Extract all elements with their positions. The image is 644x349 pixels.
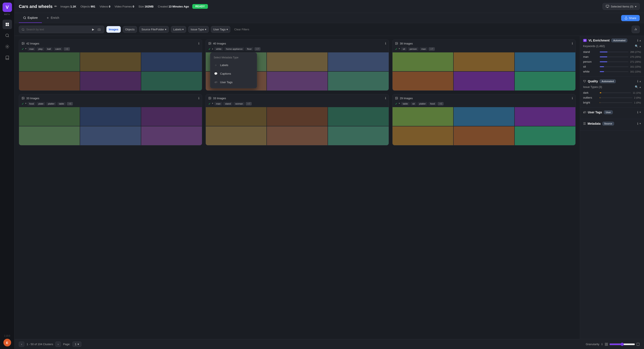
cluster-image[interactable] xyxy=(328,72,389,91)
cluster-image[interactable] xyxy=(80,52,141,71)
cluster-info-icon[interactable]: ℹ xyxy=(385,97,386,100)
cluster-image[interactable] xyxy=(515,52,576,71)
cluster-tag[interactable]: white xyxy=(214,47,223,51)
cluster-tag[interactable]: person xyxy=(408,47,418,51)
cluster-tag[interactable]: home appliance xyxy=(224,47,244,51)
sidebar-item-explore[interactable] xyxy=(2,31,12,40)
metadata-expand-icon[interactable]: ▾ xyxy=(640,122,641,125)
vl-enrichment-info-icon[interactable]: ℹ xyxy=(637,39,638,42)
cluster-tag[interactable]: platter xyxy=(46,102,56,105)
cluster-image[interactable] xyxy=(267,126,328,145)
cluster-info-icon[interactable]: ℹ xyxy=(198,97,199,100)
cluster-image[interactable] xyxy=(454,107,514,126)
cluster-image[interactable] xyxy=(19,107,80,126)
vl-enrichment-collapse-icon[interactable]: ▴ xyxy=(640,39,641,42)
cluster-image[interactable] xyxy=(206,126,266,145)
grid-small-icon[interactable] xyxy=(605,342,608,346)
cluster-tag[interactable]: woman xyxy=(234,102,244,105)
cluster-info-icon[interactable]: ℹ xyxy=(198,42,199,45)
keywords-collapse-icon[interactable]: ▴ xyxy=(640,45,641,48)
camera-search-btn[interactable] xyxy=(97,28,102,32)
cluster-image[interactable] xyxy=(454,72,514,91)
next-page-button[interactable]: › xyxy=(55,341,61,347)
metadata-info-icon[interactable]: ℹ xyxy=(637,122,638,125)
search-forward-btn[interactable]: ▶ xyxy=(91,27,95,32)
cluster-dropdown-icon[interactable]: ▴ xyxy=(212,47,213,51)
cluster-image[interactable] xyxy=(141,126,202,145)
user-tags-expand-icon[interactable]: ▾ xyxy=(640,111,641,114)
cluster-tag[interactable]: table xyxy=(57,102,66,105)
cluster-image[interactable] xyxy=(141,52,202,71)
cluster-image[interactable] xyxy=(19,126,80,145)
cluster-info-icon[interactable]: ℹ xyxy=(572,97,573,100)
cluster-image[interactable] xyxy=(328,126,389,145)
cluster-tag[interactable]: sit xyxy=(401,47,407,51)
clear-filters-button[interactable]: Clear Filters xyxy=(232,26,251,33)
cluster-dropdown-icon[interactable]: ▾ xyxy=(25,47,26,51)
search-input[interactable] xyxy=(26,28,90,31)
tab-enrich[interactable]: Enrich xyxy=(42,13,64,23)
cluster-image[interactable] xyxy=(392,107,453,126)
sidebar-item-library[interactable] xyxy=(2,53,12,63)
cluster-image[interactable] xyxy=(267,52,328,71)
cluster-image[interactable] xyxy=(19,72,80,91)
cluster-info-icon[interactable]: ℹ xyxy=(385,42,386,45)
cluster-tag[interactable]: man xyxy=(28,47,36,51)
objects-filter-button[interactable]: Objects xyxy=(123,26,137,33)
cluster-tag[interactable]: floor xyxy=(245,47,253,51)
cluster-tag-more[interactable]: +7 xyxy=(246,102,252,105)
sidebar-item-dashboard[interactable] xyxy=(2,20,12,29)
issue-type-filter-button[interactable]: Issue Type ▾ xyxy=(188,26,209,33)
cluster-dropdown-icon[interactable]: ▾ xyxy=(399,102,400,105)
cluster-tag[interactable]: ball xyxy=(46,47,52,51)
dropdown-item-captions[interactable]: 💬 Captions xyxy=(210,69,257,78)
cluster-info-icon[interactable]: ℹ xyxy=(572,42,573,45)
cluster-dropdown-icon[interactable]: ▾ xyxy=(25,102,26,105)
cluster-tag[interactable]: man xyxy=(214,102,222,105)
cluster-image[interactable] xyxy=(267,72,328,91)
chart-view-button[interactable] xyxy=(632,26,640,33)
cluster-image[interactable] xyxy=(515,72,576,91)
dropdown-item-labels[interactable]: ○ Labels xyxy=(210,61,257,69)
cluster-tag[interactable]: food xyxy=(428,102,436,105)
cluster-image[interactable] xyxy=(80,126,141,145)
grid-large-icon[interactable] xyxy=(636,342,640,346)
cluster-image[interactable] xyxy=(328,52,389,71)
share-button[interactable]: Share xyxy=(621,15,640,21)
sidebar-item-models[interactable] xyxy=(2,42,12,51)
cluster-image[interactable] xyxy=(454,126,514,145)
cluster-image[interactable] xyxy=(392,52,453,71)
cluster-tag-more[interactable]: +6 xyxy=(438,102,444,105)
cluster-tag-more[interactable]: +7 xyxy=(428,47,435,51)
user-avatar[interactable]: E xyxy=(4,339,11,346)
cluster-image[interactable] xyxy=(392,72,453,91)
user-tags-filter-button[interactable]: User Tags ▾ xyxy=(211,26,230,33)
cluster-image[interactable] xyxy=(206,107,266,126)
cluster-image[interactable] xyxy=(454,52,514,71)
cluster-image[interactable] xyxy=(515,126,576,145)
cluster-image[interactable] xyxy=(80,107,141,126)
cluster-dropdown-icon[interactable]: ▾ xyxy=(399,47,400,51)
quality-info-icon[interactable]: ℹ xyxy=(637,80,638,83)
cluster-tag[interactable]: platter xyxy=(418,102,428,105)
cluster-tag[interactable]: food xyxy=(28,102,36,105)
cluster-image[interactable] xyxy=(392,126,453,145)
selected-items-button[interactable]: Selected Items (0) ▾ xyxy=(602,3,640,10)
cluster-image[interactable] xyxy=(80,72,141,91)
cluster-tag[interactable]: plate xyxy=(36,102,45,105)
cluster-image[interactable] xyxy=(141,72,202,91)
cluster-tag[interactable]: sit xyxy=(411,102,416,105)
cluster-tag-more[interactable]: +6 xyxy=(64,47,70,51)
granularity-slider[interactable] xyxy=(610,342,635,346)
edit-title-icon[interactable]: ✏ xyxy=(54,5,57,8)
prev-page-button[interactable]: ‹ xyxy=(19,341,24,347)
cluster-tag[interactable]: man xyxy=(420,47,428,51)
images-filter-button[interactable]: Images xyxy=(106,26,121,33)
source-folder-filter-button[interactable]: Source File/Folder ▾ xyxy=(139,26,169,33)
cluster-tag[interactable]: catch xyxy=(54,47,62,51)
cluster-image[interactable] xyxy=(328,107,389,126)
cluster-image[interactable] xyxy=(267,107,328,126)
issue-types-search-icon[interactable]: 🔍 xyxy=(635,85,638,89)
tab-explore[interactable]: Explore xyxy=(19,13,42,23)
cluster-tag[interactable]: play xyxy=(36,47,44,51)
